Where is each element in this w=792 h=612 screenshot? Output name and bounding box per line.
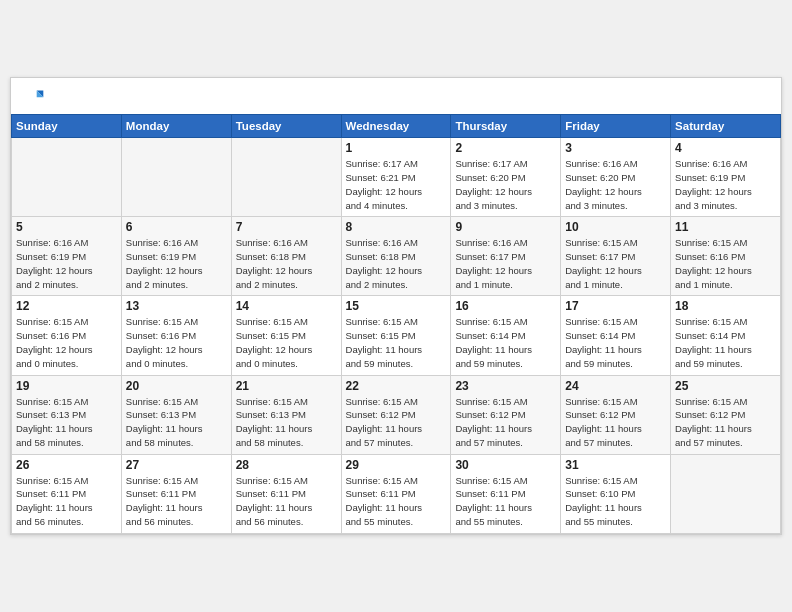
week-row-3: 12Sunrise: 6:15 AM Sunset: 6:16 PM Dayli… (12, 296, 781, 375)
day-info: Sunrise: 6:15 AM Sunset: 6:14 PM Dayligh… (675, 315, 776, 370)
day-info: Sunrise: 6:16 AM Sunset: 6:17 PM Dayligh… (455, 236, 556, 291)
day-cell: 14Sunrise: 6:15 AM Sunset: 6:15 PM Dayli… (231, 296, 341, 375)
day-number: 16 (455, 299, 556, 313)
day-cell: 12Sunrise: 6:15 AM Sunset: 6:16 PM Dayli… (12, 296, 122, 375)
day-cell: 6Sunrise: 6:16 AM Sunset: 6:19 PM Daylig… (121, 217, 231, 296)
day-info: Sunrise: 6:16 AM Sunset: 6:19 PM Dayligh… (126, 236, 227, 291)
day-info: Sunrise: 6:16 AM Sunset: 6:18 PM Dayligh… (236, 236, 337, 291)
day-info: Sunrise: 6:15 AM Sunset: 6:17 PM Dayligh… (565, 236, 666, 291)
day-info: Sunrise: 6:16 AM Sunset: 6:19 PM Dayligh… (675, 157, 776, 212)
weekday-thursday: Thursday (451, 115, 561, 138)
weekday-tuesday: Tuesday (231, 115, 341, 138)
weekday-saturday: Saturday (671, 115, 781, 138)
week-row-1: 1Sunrise: 6:17 AM Sunset: 6:21 PM Daylig… (12, 138, 781, 217)
week-row-5: 26Sunrise: 6:15 AM Sunset: 6:11 PM Dayli… (12, 454, 781, 533)
day-cell: 20Sunrise: 6:15 AM Sunset: 6:13 PM Dayli… (121, 375, 231, 454)
day-cell (231, 138, 341, 217)
day-cell: 27Sunrise: 6:15 AM Sunset: 6:11 PM Dayli… (121, 454, 231, 533)
day-number: 29 (346, 458, 447, 472)
day-cell: 7Sunrise: 6:16 AM Sunset: 6:18 PM Daylig… (231, 217, 341, 296)
day-number: 26 (16, 458, 117, 472)
day-cell: 29Sunrise: 6:15 AM Sunset: 6:11 PM Dayli… (341, 454, 451, 533)
day-number: 25 (675, 379, 776, 393)
weekday-header-row: SundayMondayTuesdayWednesdayThursdayFrid… (12, 115, 781, 138)
logo-icon (25, 88, 45, 108)
day-info: Sunrise: 6:15 AM Sunset: 6:11 PM Dayligh… (455, 474, 556, 529)
day-info: Sunrise: 6:15 AM Sunset: 6:15 PM Dayligh… (346, 315, 447, 370)
day-info: Sunrise: 6:15 AM Sunset: 6:13 PM Dayligh… (126, 395, 227, 450)
day-number: 31 (565, 458, 666, 472)
day-info: Sunrise: 6:15 AM Sunset: 6:11 PM Dayligh… (236, 474, 337, 529)
day-number: 1 (346, 141, 447, 155)
day-cell: 5Sunrise: 6:16 AM Sunset: 6:19 PM Daylig… (12, 217, 122, 296)
day-number: 5 (16, 220, 117, 234)
day-number: 8 (346, 220, 447, 234)
day-number: 2 (455, 141, 556, 155)
day-cell: 21Sunrise: 6:15 AM Sunset: 6:13 PM Dayli… (231, 375, 341, 454)
day-cell (671, 454, 781, 533)
day-info: Sunrise: 6:15 AM Sunset: 6:13 PM Dayligh… (16, 395, 117, 450)
day-info: Sunrise: 6:15 AM Sunset: 6:16 PM Dayligh… (126, 315, 227, 370)
day-number: 18 (675, 299, 776, 313)
day-cell: 13Sunrise: 6:15 AM Sunset: 6:16 PM Dayli… (121, 296, 231, 375)
day-cell (12, 138, 122, 217)
weekday-sunday: Sunday (12, 115, 122, 138)
day-number: 11 (675, 220, 776, 234)
day-cell: 16Sunrise: 6:15 AM Sunset: 6:14 PM Dayli… (451, 296, 561, 375)
day-info: Sunrise: 6:15 AM Sunset: 6:16 PM Dayligh… (675, 236, 776, 291)
day-number: 30 (455, 458, 556, 472)
day-cell (121, 138, 231, 217)
day-number: 22 (346, 379, 447, 393)
day-number: 21 (236, 379, 337, 393)
day-cell: 3Sunrise: 6:16 AM Sunset: 6:20 PM Daylig… (561, 138, 671, 217)
weekday-wednesday: Wednesday (341, 115, 451, 138)
day-number: 14 (236, 299, 337, 313)
day-number: 19 (16, 379, 117, 393)
day-number: 20 (126, 379, 227, 393)
day-info: Sunrise: 6:15 AM Sunset: 6:12 PM Dayligh… (455, 395, 556, 450)
day-info: Sunrise: 6:16 AM Sunset: 6:18 PM Dayligh… (346, 236, 447, 291)
day-cell: 26Sunrise: 6:15 AM Sunset: 6:11 PM Dayli… (12, 454, 122, 533)
day-info: Sunrise: 6:15 AM Sunset: 6:16 PM Dayligh… (16, 315, 117, 370)
day-number: 27 (126, 458, 227, 472)
day-cell: 4Sunrise: 6:16 AM Sunset: 6:19 PM Daylig… (671, 138, 781, 217)
day-info: Sunrise: 6:15 AM Sunset: 6:11 PM Dayligh… (126, 474, 227, 529)
day-cell: 30Sunrise: 6:15 AM Sunset: 6:11 PM Dayli… (451, 454, 561, 533)
day-info: Sunrise: 6:15 AM Sunset: 6:10 PM Dayligh… (565, 474, 666, 529)
day-info: Sunrise: 6:15 AM Sunset: 6:12 PM Dayligh… (346, 395, 447, 450)
day-cell: 24Sunrise: 6:15 AM Sunset: 6:12 PM Dayli… (561, 375, 671, 454)
day-number: 12 (16, 299, 117, 313)
day-cell: 17Sunrise: 6:15 AM Sunset: 6:14 PM Dayli… (561, 296, 671, 375)
day-info: Sunrise: 6:16 AM Sunset: 6:20 PM Dayligh… (565, 157, 666, 212)
day-info: Sunrise: 6:15 AM Sunset: 6:14 PM Dayligh… (565, 315, 666, 370)
day-cell: 2Sunrise: 6:17 AM Sunset: 6:20 PM Daylig… (451, 138, 561, 217)
day-info: Sunrise: 6:15 AM Sunset: 6:11 PM Dayligh… (16, 474, 117, 529)
week-row-4: 19Sunrise: 6:15 AM Sunset: 6:13 PM Dayli… (12, 375, 781, 454)
day-cell: 11Sunrise: 6:15 AM Sunset: 6:16 PM Dayli… (671, 217, 781, 296)
day-cell: 31Sunrise: 6:15 AM Sunset: 6:10 PM Dayli… (561, 454, 671, 533)
day-info: Sunrise: 6:15 AM Sunset: 6:14 PM Dayligh… (455, 315, 556, 370)
day-info: Sunrise: 6:17 AM Sunset: 6:21 PM Dayligh… (346, 157, 447, 212)
day-cell: 18Sunrise: 6:15 AM Sunset: 6:14 PM Dayli… (671, 296, 781, 375)
weekday-monday: Monday (121, 115, 231, 138)
weekday-friday: Friday (561, 115, 671, 138)
day-number: 24 (565, 379, 666, 393)
week-row-2: 5Sunrise: 6:16 AM Sunset: 6:19 PM Daylig… (12, 217, 781, 296)
day-cell: 22Sunrise: 6:15 AM Sunset: 6:12 PM Dayli… (341, 375, 451, 454)
logo (25, 88, 49, 108)
day-info: Sunrise: 6:15 AM Sunset: 6:15 PM Dayligh… (236, 315, 337, 370)
day-cell: 15Sunrise: 6:15 AM Sunset: 6:15 PM Dayli… (341, 296, 451, 375)
day-info: Sunrise: 6:15 AM Sunset: 6:11 PM Dayligh… (346, 474, 447, 529)
day-number: 23 (455, 379, 556, 393)
day-number: 17 (565, 299, 666, 313)
day-number: 28 (236, 458, 337, 472)
day-number: 9 (455, 220, 556, 234)
calendar-table: SundayMondayTuesdayWednesdayThursdayFrid… (11, 114, 781, 533)
day-info: Sunrise: 6:15 AM Sunset: 6:12 PM Dayligh… (675, 395, 776, 450)
day-number: 10 (565, 220, 666, 234)
calendar-header (11, 78, 781, 114)
day-number: 7 (236, 220, 337, 234)
day-number: 13 (126, 299, 227, 313)
day-info: Sunrise: 6:17 AM Sunset: 6:20 PM Dayligh… (455, 157, 556, 212)
day-number: 4 (675, 141, 776, 155)
